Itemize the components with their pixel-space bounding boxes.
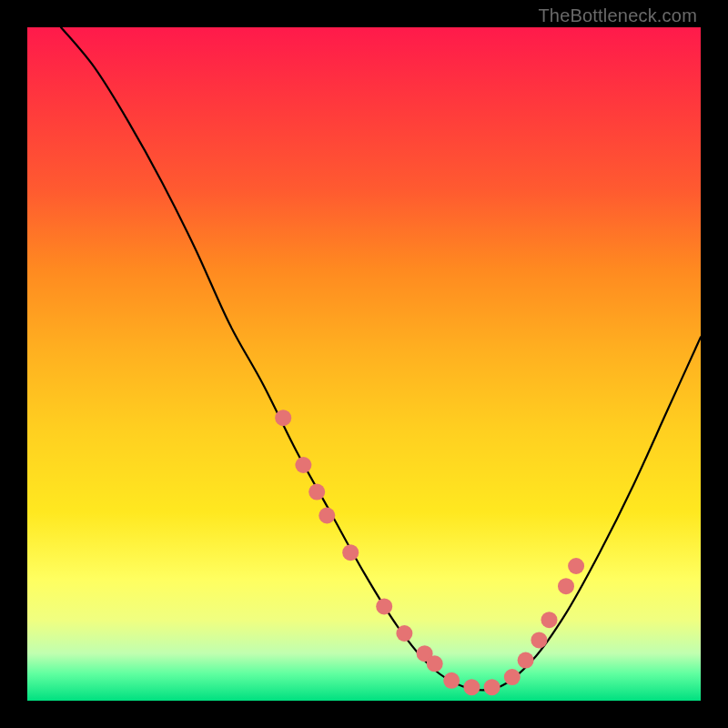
marker-dot	[484, 679, 500, 695]
chart-frame: TheBottleneck.com	[0, 0, 728, 728]
marker-dot	[295, 457, 311, 473]
watermark-text: TheBottleneck.com	[538, 5, 697, 26]
marker-dot	[427, 655, 443, 672]
marker-dot	[504, 669, 521, 685]
marker-dot	[541, 612, 558, 628]
marker-dot	[308, 484, 325, 500]
marker-dot	[558, 578, 574, 594]
marker-dot	[518, 652, 534, 669]
marker-dot	[463, 679, 480, 695]
marker-dot	[342, 544, 359, 561]
marker-dot	[443, 672, 460, 689]
marker-dot	[318, 508, 335, 524]
marker-dot	[376, 598, 392, 614]
marker-dot	[531, 632, 547, 648]
bottleneck-curve	[61, 27, 701, 690]
curve-svg	[27, 27, 701, 701]
marker-dot	[275, 410, 291, 426]
plot-area	[27, 27, 701, 701]
marker-dot	[396, 625, 412, 642]
marker-dot	[568, 558, 584, 574]
